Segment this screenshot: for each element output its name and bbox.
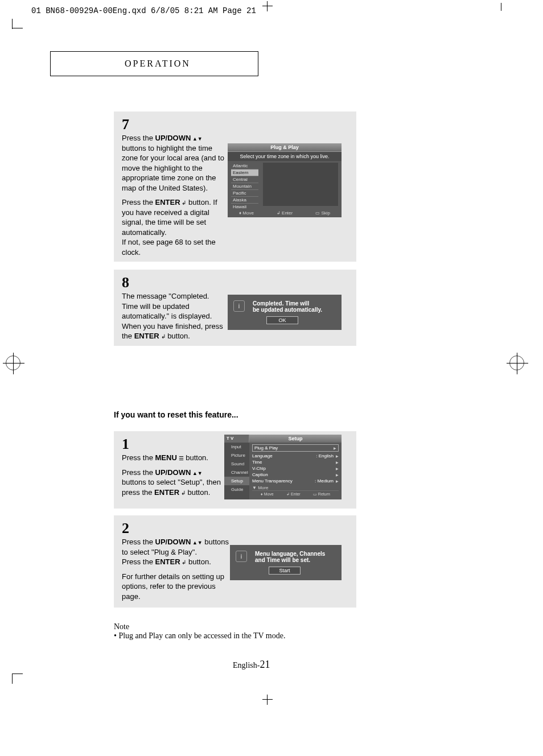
registration-mark-icon [262, 695, 273, 705]
t: ENTER [155, 198, 180, 206]
crop-mark [13, 28, 23, 28]
modal-line: and Time will be set. [255, 557, 334, 563]
tz-atlantic[interactable]: Atlantic [231, 163, 258, 170]
osd-menu: Plug & Play Language: English Time V-Chi… [249, 443, 342, 499]
step-7-block: 7 Press the UP/DOWN buttons to highlight… [114, 111, 356, 262]
side-sound[interactable]: Sound [224, 460, 249, 468]
updown-icon [191, 134, 202, 142]
crop-mark [501, 3, 501, 11]
hint-skip: ▭ Skip [315, 210, 330, 216]
hint-enter: ↲ Enter [277, 210, 293, 216]
t: Press the [122, 134, 155, 142]
reset-heading: If you want to reset this feature... [114, 410, 238, 419]
start-button[interactable]: Start [269, 567, 301, 575]
side-channel[interactable]: Channel [224, 468, 249, 477]
osd-tv-label: T V [224, 435, 249, 443]
page-prefix: English- [233, 661, 260, 670]
enter-icon [180, 557, 187, 566]
timezone-osd: Plug & Play Select your time zone in whi… [228, 143, 342, 217]
updown-icon [191, 468, 202, 477]
updown-icon [191, 538, 202, 546]
us-map-icon [263, 163, 338, 206]
step-number: 7 [122, 117, 348, 132]
t: MENU [155, 453, 177, 462]
t: Press the [122, 468, 155, 477]
menu-vchip[interactable]: V-Chip [252, 465, 339, 472]
step-text: Press the UP/DOWN buttons to select "Plu… [122, 537, 236, 601]
enter-icon [159, 332, 166, 340]
modal-line: Menu language, Channels [255, 551, 334, 557]
t: buttons to highlight the time zone for y… [122, 144, 224, 192]
t: button. [186, 557, 211, 566]
step-1-block: 1 Press the MENU button. Press the UP/DO… [114, 431, 356, 509]
step-8-block: 8 The message "Completed. Time will be u… [114, 270, 356, 346]
note-heading: Note [114, 622, 285, 631]
modal-line: be updated automatically. [253, 307, 334, 313]
tz-central[interactable]: Central [231, 176, 258, 183]
info-icon: i [233, 300, 245, 312]
step-number: 2 [122, 521, 348, 536]
crop-mark [12, 674, 13, 684]
registration-mark-icon [6, 356, 20, 370]
ok-button[interactable]: OK [266, 316, 298, 324]
t: button. [166, 332, 190, 340]
menu-icon [177, 453, 184, 462]
t: For further details on setting up option… [122, 572, 236, 602]
t: button. [184, 453, 208, 462]
tz-mountain[interactable]: Mountain [231, 183, 258, 190]
tz-eastern[interactable]: Eastern [231, 170, 258, 176]
note-body: • Plug and Play can only be accessed in … [114, 631, 285, 641]
step-text: Press the MENU button. Press the UP/DOWN… [122, 453, 227, 497]
modal-line: Completed. Time will [253, 300, 334, 307]
tz-pacific[interactable]: Pacific [231, 190, 258, 197]
hint-move: ♦ Move [261, 492, 274, 497]
hint-return: ▭ Return [313, 492, 330, 497]
t: Press the [122, 198, 155, 206]
t: UP/DOWN [155, 538, 191, 546]
t: ENTER [154, 488, 179, 497]
step-text: Press the UP/DOWN buttons to highlight t… [122, 133, 227, 258]
osd-subtitle: Select your time zone in which you live. [228, 152, 342, 161]
step-number: 8 [122, 275, 348, 290]
t: UP/DOWN [155, 468, 191, 477]
note: Note • Plug and Play can only be accesse… [114, 622, 285, 641]
side-setup[interactable]: Setup [224, 477, 249, 485]
step-2-block: 2 Press the UP/DOWN buttons to select "P… [114, 515, 356, 608]
menu-more[interactable]: ▼ More [252, 484, 339, 490]
hint-move: ♦ Move [239, 210, 254, 216]
start-modal: i Menu language, Channels and Time will … [230, 545, 342, 580]
completed-modal: i Completed. Time will be updated automa… [228, 295, 342, 330]
side-picture[interactable]: Picture [224, 451, 249, 460]
t: button. [186, 488, 210, 497]
t: ENTER [134, 332, 159, 340]
t: Press the [122, 557, 155, 566]
osd-sidebar: Input Picture Sound Channel Setup Guide [224, 443, 249, 499]
step-text: The message "Completed. Time will be upd… [122, 291, 227, 341]
menu-transparency[interactable]: Menu Transparency: Medium [252, 478, 339, 484]
section-title: OPERATION [50, 51, 258, 76]
setup-menu-osd: T V Setup Input Picture Sound Channel Se… [224, 435, 342, 499]
enter-icon [180, 198, 187, 206]
menu-plug-play[interactable]: Plug & Play [252, 444, 339, 452]
menu-language[interactable]: Language: English [252, 453, 339, 459]
timezone-list: Atlantic Eastern Central Mountain Pacifi… [231, 163, 258, 210]
hint-enter: ↲ Enter [286, 492, 301, 497]
side-input[interactable]: Input [224, 443, 249, 451]
tz-alaska[interactable]: Alaska [231, 197, 258, 204]
page-num-value: 21 [260, 659, 270, 670]
registration-mark-icon [262, 1, 273, 11]
osd-title: Plug & Play [228, 143, 342, 152]
crop-mark [13, 674, 23, 674]
menu-time[interactable]: Time [252, 459, 339, 465]
t: If not, see page 68 to set the clock. [122, 238, 216, 257]
side-guide[interactable]: Guide [224, 485, 249, 494]
osd-setup-title: Setup [249, 435, 342, 443]
t: Press the [122, 538, 155, 546]
enter-icon [179, 488, 186, 497]
t: UP/DOWN [155, 134, 191, 142]
info-icon: i [236, 551, 247, 562]
menu-caption[interactable]: Caption [252, 472, 339, 478]
registration-mark-icon [509, 356, 524, 370]
print-header: 01 BN68-00929A-00Eng.qxd 6/8/05 8:21 AM … [31, 6, 256, 15]
t: ENTER [155, 557, 180, 566]
